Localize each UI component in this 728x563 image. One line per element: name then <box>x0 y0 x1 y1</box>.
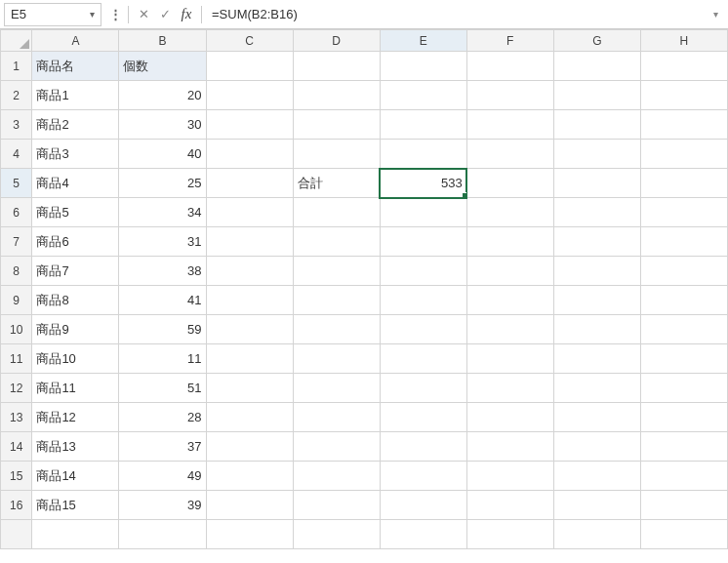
cell-G11[interactable] <box>553 344 640 374</box>
row-header-4[interactable]: 4 <box>1 140 32 169</box>
cell-B11[interactable]: 11 <box>119 344 206 374</box>
cell-D16[interactable] <box>293 491 380 520</box>
row-header-9[interactable]: 9 <box>1 286 32 315</box>
column-header-G[interactable]: G <box>553 30 640 52</box>
cell-D8[interactable] <box>293 257 380 286</box>
column-header-H[interactable]: H <box>640 30 727 52</box>
worksheet[interactable]: ABCDEFGH 1商品名個数2商品1203商品2304商品3405商品425合… <box>0 29 728 563</box>
column-header-B[interactable]: B <box>119 30 206 52</box>
cell-G2[interactable] <box>553 81 640 110</box>
cell-B10[interactable]: 59 <box>119 315 206 344</box>
cell-C1[interactable] <box>206 52 293 81</box>
row-header-7[interactable]: 7 <box>1 227 32 257</box>
cell-A16[interactable]: 商品15 <box>32 491 119 520</box>
cell-H11[interactable] <box>640 344 727 374</box>
cell-C12[interactable] <box>206 374 293 403</box>
cell-B8[interactable]: 38 <box>119 257 206 286</box>
cell-B2[interactable]: 20 <box>119 81 206 110</box>
cell-A15[interactable]: 商品14 <box>32 462 119 491</box>
cell-H17[interactable] <box>640 520 727 549</box>
column-header-E[interactable]: E <box>380 30 466 52</box>
cell-H9[interactable] <box>640 286 727 315</box>
column-header-F[interactable]: F <box>466 30 553 52</box>
cell-A5[interactable]: 商品4 <box>32 169 119 198</box>
cell-C16[interactable] <box>206 491 293 520</box>
cell-D7[interactable] <box>293 227 380 257</box>
cell-D14[interactable] <box>293 432 380 462</box>
cell-E4[interactable] <box>380 140 466 169</box>
enter-button[interactable]: ✓ <box>154 4 176 25</box>
cell-E15[interactable] <box>380 462 466 491</box>
cell-H12[interactable] <box>640 374 727 403</box>
cell-F13[interactable] <box>466 403 553 432</box>
cell-H7[interactable] <box>640 227 727 257</box>
row-header-5[interactable]: 5 <box>1 169 32 198</box>
insert-function-button[interactable]: fx <box>176 4 197 25</box>
cell-D17[interactable] <box>293 520 380 549</box>
cell-G4[interactable] <box>553 140 640 169</box>
cell-D10[interactable] <box>293 315 380 344</box>
cell-E11[interactable] <box>380 344 466 374</box>
cell-E17[interactable] <box>380 520 466 549</box>
cell-G13[interactable] <box>553 403 640 432</box>
cell-A11[interactable]: 商品10 <box>32 344 119 374</box>
cell-C8[interactable] <box>206 257 293 286</box>
formula-input[interactable]: =SUM(B2:B16) <box>206 3 707 26</box>
cell-D4[interactable] <box>293 140 380 169</box>
cell-C6[interactable] <box>206 198 293 227</box>
cell-D12[interactable] <box>293 374 380 403</box>
cell-D9[interactable] <box>293 286 380 315</box>
row-header-14[interactable]: 14 <box>1 432 32 462</box>
cell-B5[interactable]: 25 <box>119 169 206 198</box>
cell-G1[interactable] <box>553 52 640 81</box>
cell-H15[interactable] <box>640 462 727 491</box>
cell-B3[interactable]: 30 <box>119 110 206 140</box>
cell-B12[interactable]: 51 <box>119 374 206 403</box>
cell-D3[interactable] <box>293 110 380 140</box>
cell-B4[interactable]: 40 <box>119 140 206 169</box>
cell-A13[interactable]: 商品12 <box>32 403 119 432</box>
cell-E7[interactable] <box>380 227 466 257</box>
chevron-down-icon[interactable]: ▾ <box>90 9 95 20</box>
cell-A8[interactable]: 商品7 <box>32 257 119 286</box>
row-header-10[interactable]: 10 <box>1 315 32 344</box>
cell-H6[interactable] <box>640 198 727 227</box>
cell-G5[interactable] <box>553 169 640 198</box>
cell-G6[interactable] <box>553 198 640 227</box>
row-header-12[interactable]: 12 <box>1 374 32 403</box>
cell-C2[interactable] <box>206 81 293 110</box>
cell-H2[interactable] <box>640 81 727 110</box>
cell-A6[interactable]: 商品5 <box>32 198 119 227</box>
row-header-13[interactable]: 13 <box>1 403 32 432</box>
column-header-C[interactable]: C <box>206 30 293 52</box>
cell-F1[interactable] <box>466 52 553 81</box>
cell-G10[interactable] <box>553 315 640 344</box>
cell-F5[interactable] <box>466 169 553 198</box>
cell-G14[interactable] <box>553 432 640 462</box>
cell-F3[interactable] <box>466 110 553 140</box>
cell-A12[interactable]: 商品11 <box>32 374 119 403</box>
cell-H8[interactable] <box>640 257 727 286</box>
cell-A1[interactable]: 商品名 <box>32 52 119 81</box>
cell-A17[interactable] <box>32 520 119 549</box>
cell-F7[interactable] <box>466 227 553 257</box>
cell-C4[interactable] <box>206 140 293 169</box>
cell-F12[interactable] <box>466 374 553 403</box>
cell-C13[interactable] <box>206 403 293 432</box>
cell-H3[interactable] <box>640 110 727 140</box>
cell-E13[interactable] <box>380 403 466 432</box>
cell-B14[interactable]: 37 <box>119 432 206 462</box>
cell-D6[interactable] <box>293 198 380 227</box>
cell-G8[interactable] <box>553 257 640 286</box>
cell-F10[interactable] <box>466 315 553 344</box>
cancel-button[interactable]: ✕ <box>133 4 154 25</box>
cell-F6[interactable] <box>466 198 553 227</box>
cell-F2[interactable] <box>466 81 553 110</box>
cell-G15[interactable] <box>553 462 640 491</box>
name-box[interactable]: E5 ▾ <box>4 3 101 26</box>
cell-D15[interactable] <box>293 462 380 491</box>
cell-B13[interactable]: 28 <box>119 403 206 432</box>
cell-E3[interactable] <box>380 110 466 140</box>
cell-F8[interactable] <box>466 257 553 286</box>
cell-G7[interactable] <box>553 227 640 257</box>
